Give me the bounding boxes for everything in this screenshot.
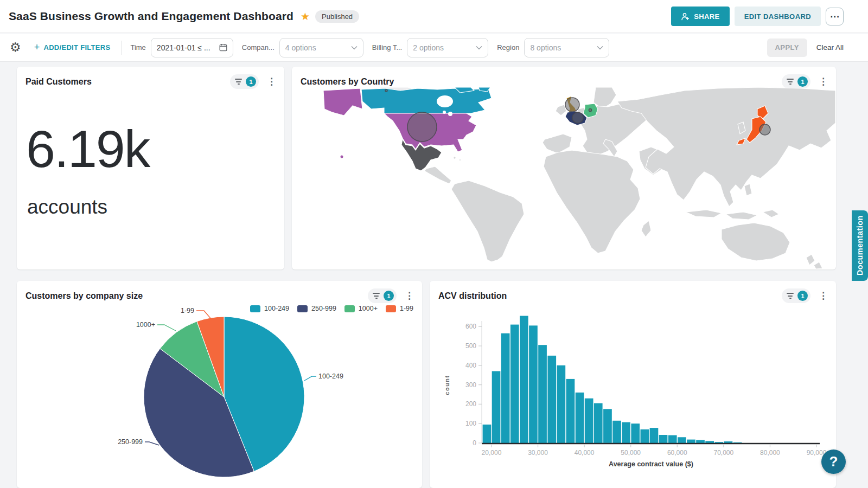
histogram-bar[interactable] [696,440,705,443]
histogram-bar[interactable] [687,440,695,443]
chevron-down-icon [597,46,603,50]
y-tick-label: 0 [473,439,476,447]
map-south-america [451,181,524,262]
chevron-down-icon [351,46,358,50]
widget-filter-chip[interactable]: 1 [368,288,397,303]
histogram-bar[interactable] [492,371,501,444]
filter-count-badge: 1 [384,291,394,301]
add-edit-filters-button[interactable]: + ADD/EDIT FILTERS [34,42,111,53]
histogram-bar[interactable] [557,365,566,443]
kebab-menu-icon[interactable]: ⋮ [817,77,829,86]
callout-label: 250-999 [118,438,143,446]
gear-icon[interactable]: ⚙ [10,41,21,54]
divider [121,41,122,55]
histogram-bar[interactable] [566,379,575,443]
histogram-bar[interactable] [538,345,547,443]
company-filter-select[interactable]: 4 options [279,38,363,57]
callout-label: 1000+ [136,321,155,329]
map-bubble-canada[interactable] [385,89,387,92]
y-tick-label: 600 [465,323,476,330]
edit-dashboard-button[interactable]: EDIT DASHBOARD [735,7,821,26]
card-title: Customers by company size [25,291,143,301]
share-button[interactable]: SHARE [671,7,730,26]
histogram-bar[interactable] [622,422,630,443]
map-bubble-japan[interactable] [760,124,770,135]
map-hawaii [341,156,343,158]
histogram-bar[interactable] [641,429,649,443]
map-bubble-united-states[interactable] [407,112,437,142]
map-country-canada[interactable] [361,88,492,113]
y-tick-label: 500 [465,342,476,350]
histogram-bar[interactable] [510,325,519,443]
map-caribbean [454,157,456,159]
region-filter-select[interactable]: 8 options [524,38,609,57]
histogram-bar[interactable] [678,437,686,443]
histogram-bar[interactable] [547,356,556,443]
filter-bar: ⚙ + ADD/EDIT FILTERS Time 2021-01-01 ≤ .… [0,34,868,62]
kebab-menu-icon[interactable]: ⋮ [817,291,829,300]
histogram-bar[interactable] [714,442,723,443]
callout-line [145,442,159,445]
map-iberia [542,134,572,153]
more-options-button[interactable]: ⋯ [826,8,844,25]
map-bubble-germany[interactable] [589,108,591,111]
callout-line [196,311,211,319]
page-title: SaaS Business Growth and Engagement Dash… [9,10,293,23]
histogram-bar[interactable] [483,425,492,443]
pie-chart[interactable]: 100-249 250-999 1000+ 1-99 [17,306,422,488]
clear-all-button[interactable]: Clear All [816,43,844,52]
histogram-bar[interactable] [631,423,640,443]
histogram-bar[interactable] [585,399,593,443]
map-bubble-united-kingdom[interactable] [565,98,579,112]
billing-filter-select[interactable]: 2 options [407,38,488,57]
map-central-america [424,166,451,184]
customers-by-country-card: Customers by Country 1 ⋮ [292,67,836,269]
x-axis-label: Average contract value ($) [609,460,693,468]
histogram-chart[interactable]: 010020030040050060020,00030,00040,00050,… [430,306,836,488]
map-bubble-france[interactable] [572,112,583,123]
histogram-bar[interactable] [520,316,528,444]
y-axis-label: count [444,375,450,395]
x-tick-label: 30,000 [528,449,548,457]
company-size-card: Customers by company size 1 ⋮ 100-249250… [17,281,422,488]
documentation-tab[interactable]: Documentation [852,210,868,281]
histogram-bar[interactable] [576,393,584,443]
kebab-menu-icon[interactable]: ⋮ [265,77,278,86]
x-tick-label: 50,000 [621,449,641,457]
widget-filter-chip[interactable]: 1 [782,288,810,303]
filter-funnel-icon [787,293,794,299]
card-title: ACV distribution [438,291,507,301]
histogram-bar[interactable] [603,409,612,443]
map-ireland [556,105,566,115]
histogram-bar[interactable] [724,441,733,443]
kebab-menu-icon[interactable]: ⋮ [403,291,416,300]
card-title: Paid Customers [25,77,92,87]
time-filter-input[interactable]: 2021-01-01 ≤ ... [151,38,233,57]
histogram-bar[interactable] [529,325,538,443]
histogram-bar[interactable] [594,403,603,443]
chevron-down-icon [476,46,482,50]
favorite-star-icon[interactable]: ★ [301,10,310,23]
x-tick-label: 60,000 [667,449,687,457]
histogram-bar[interactable] [612,421,621,443]
histogram-bar[interactable] [705,441,714,443]
histogram-bar[interactable] [501,333,510,443]
widget-filter-chip[interactable]: 1 [782,74,810,89]
histogram-bar[interactable] [650,428,659,443]
world-map[interactable] [292,87,836,269]
histogram-bar[interactable] [668,435,677,443]
map-philippines [744,184,752,196]
map-new-zealand [814,262,822,269]
map-australia [722,223,790,261]
x-tick-label: 80,000 [760,449,780,457]
map-country-alaska[interactable] [323,88,362,115]
filter-funnel-icon [787,79,794,85]
map-new-guinea [763,210,779,217]
filter-count-badge: 1 [246,76,256,87]
map-africa [544,150,640,253]
map-caribbean [459,159,461,160]
histogram-bar[interactable] [659,435,668,443]
widget-filter-chip[interactable]: 1 [230,74,259,89]
help-button[interactable]: ? [821,450,846,474]
apply-button[interactable]: APPLY [767,38,807,57]
